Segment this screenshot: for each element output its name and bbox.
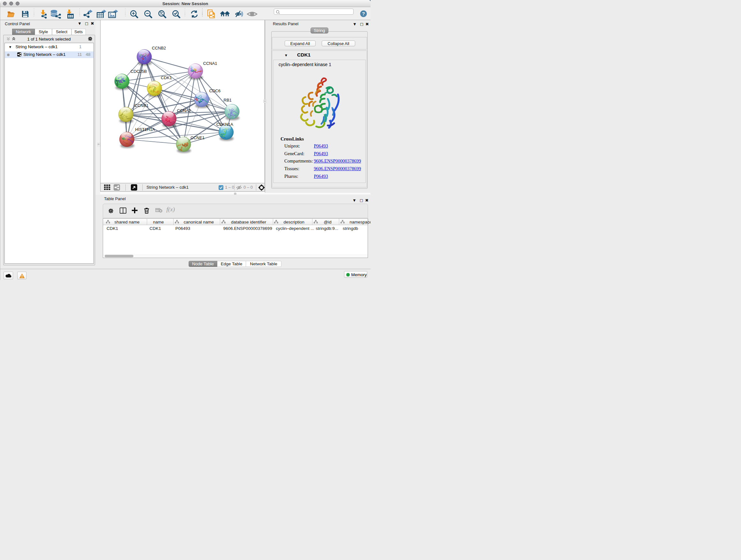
svg-text:CCNA1: CCNA1 bbox=[203, 61, 217, 66]
svg-text:CCNA2: CCNA2 bbox=[177, 108, 191, 113]
svg-text:HIST1H1A: HIST1H1A bbox=[135, 127, 155, 132]
svg-text:CCNB1: CCNB1 bbox=[135, 103, 149, 108]
svg-text:CCNB2: CCNB2 bbox=[152, 45, 166, 50]
svg-text:RB1: RB1 bbox=[224, 98, 232, 103]
svg-text:CDC6: CDC6 bbox=[209, 88, 220, 93]
svg-text:CDC25B: CDC25B bbox=[131, 69, 147, 74]
svg-text:CDKN1A: CDKN1A bbox=[216, 122, 233, 126]
svg-text:?: ? bbox=[362, 11, 365, 16]
svg-text:CCNE1: CCNE1 bbox=[191, 135, 205, 140]
svg-text:CDK1: CDK1 bbox=[161, 75, 172, 80]
